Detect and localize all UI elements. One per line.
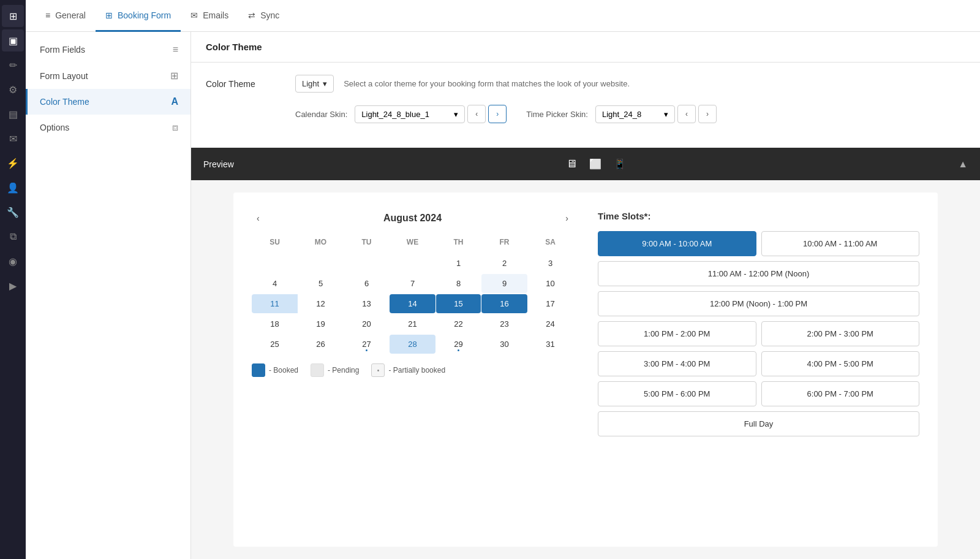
- timeslot-1pm[interactable]: 1:00 PM - 2:00 PM: [598, 321, 756, 346]
- cal-date-22[interactable]: 22: [435, 314, 481, 333]
- timeslot-6pm[interactable]: 6:00 PM - 7:00 PM: [761, 381, 920, 406]
- cal-date-3[interactable]: 3: [527, 254, 573, 273]
- panel-title: Color Theme: [206, 42, 262, 52]
- sidebar-icon-person[interactable]: 👤: [2, 177, 24, 199]
- cal-date-15[interactable]: 15: [436, 294, 481, 313]
- calendar-skin-wrapper: Light_24_8_blue_1 ▾ ‹ ›: [355, 105, 507, 123]
- tab-general[interactable]: ≡ General: [36, 0, 96, 32]
- cal-date-12[interactable]: 12: [298, 294, 344, 313]
- cal-date-8[interactable]: 8: [435, 274, 481, 293]
- calendar-next-btn[interactable]: ›: [560, 211, 573, 226]
- cal-date-30[interactable]: 30: [481, 335, 527, 354]
- cal-date-4[interactable]: 4: [252, 274, 298, 293]
- cal-date-29[interactable]: 29•: [435, 335, 481, 354]
- timeslot-5pm[interactable]: 5:00 PM - 6:00 PM: [598, 381, 756, 406]
- tab-emails[interactable]: ✉ Emails: [181, 0, 238, 32]
- legend-pending: - Pending: [311, 363, 359, 377]
- content-area: Form Fields ≡ Form Layout ⊞ Color Theme …: [26, 32, 980, 559]
- timeslot-9am[interactable]: 9:00 AM - 10:00 AM: [598, 231, 756, 256]
- cal-date-18[interactable]: 18: [252, 314, 298, 333]
- cal-date-21[interactable]: 21: [390, 314, 435, 333]
- timeslot-row-fullday: Full Day: [598, 411, 919, 436]
- color-theme-row: Color Theme Light ▾ Select a color theme…: [206, 75, 965, 93]
- tablet-device-btn[interactable]: ⬜: [587, 156, 604, 172]
- legend-partial-box: •: [371, 363, 385, 377]
- sidebar-icon-chat[interactable]: ✉: [2, 127, 24, 150]
- cal-date-28[interactable]: 28: [390, 335, 435, 354]
- cal-date-25[interactable]: 25: [252, 335, 298, 354]
- calendar-prev-btn[interactable]: ‹: [252, 211, 265, 226]
- time-picker-skin-dropdown[interactable]: Light_24_8 ▾: [595, 105, 675, 123]
- color-theme-icon: A: [171, 96, 178, 107]
- sidebar-icon-layers[interactable]: ⧉: [2, 226, 24, 248]
- color-theme-description: Select a color theme for your booking fo…: [344, 79, 630, 88]
- sidebar-icon-puzzle[interactable]: ⚙: [2, 78, 24, 101]
- cal-date-1[interactable]: 1: [435, 254, 481, 273]
- cal-date-26[interactable]: 26: [298, 335, 344, 354]
- cal-date-2[interactable]: 2: [481, 254, 527, 273]
- sidebar-icon-circle[interactable]: ◉: [2, 250, 24, 272]
- cal-date-31[interactable]: 31: [527, 335, 573, 354]
- cal-date-10[interactable]: 10: [527, 274, 573, 293]
- sidebar-icon-grid[interactable]: ⊞: [2, 5, 24, 27]
- calendar-grid: SU MO TU WE TH FR SA: [252, 235, 573, 354]
- sidebar-item-form-layout[interactable]: Form Layout ⊞: [26, 63, 190, 89]
- time-picker-skin-prev-btn[interactable]: ‹: [677, 105, 696, 123]
- timeslot-2pm[interactable]: 2:00 PM - 3:00 PM: [761, 321, 920, 346]
- sidebar-item-options[interactable]: Options ⧈: [26, 115, 190, 140]
- cal-date-24[interactable]: 24: [527, 314, 573, 333]
- mobile-device-btn[interactable]: 📱: [611, 156, 628, 172]
- sidebar-item-color-theme[interactable]: Color Theme A: [26, 89, 190, 115]
- cal-date-19[interactable]: 19: [298, 314, 344, 333]
- cal-date-5[interactable]: 5: [298, 274, 344, 293]
- cal-date-27[interactable]: 27•: [344, 335, 390, 354]
- timeslot-10am[interactable]: 10:00 AM - 11:00 AM: [761, 231, 920, 256]
- tab-sync[interactable]: ⇄ Sync: [238, 0, 289, 32]
- sidebar-icon-brush[interactable]: ✏: [2, 54, 24, 76]
- cal-date-6[interactable]: 6: [344, 274, 390, 293]
- color-theme-setting-label: Color Theme: [206, 79, 285, 89]
- cal-date-16[interactable]: 16: [481, 294, 527, 313]
- sidebar-icon-lightning[interactable]: ⚡: [2, 152, 24, 174]
- timeslot-noon[interactable]: 12:00 PM (Noon) - 1:00 PM: [598, 291, 919, 316]
- timeslot-4pm[interactable]: 4:00 PM - 5:00 PM: [761, 351, 920, 376]
- cal-date-14[interactable]: 14: [390, 294, 435, 313]
- booking-form-tab-label: Booking Form: [118, 10, 171, 20]
- tab-booking-form[interactable]: ⊞ Booking Form: [96, 0, 181, 32]
- cal-date-11[interactable]: 11: [252, 294, 298, 313]
- timeslot-3pm[interactable]: 3:00 PM - 4:00 PM: [598, 351, 756, 376]
- timeslot-row-3pm: 3:00 PM - 4:00 PM 4:00 PM - 5:00 PM: [598, 351, 919, 376]
- sidebar-icon-layout[interactable]: ▤: [2, 103, 24, 125]
- collapse-preview-btn[interactable]: ▲: [958, 159, 968, 170]
- color-theme-value: Light: [302, 79, 319, 88]
- calendar-week-5: 25 26 27• 28 29• 30 31: [252, 335, 573, 354]
- calendar-weeks: 1 2 3 4 5 6 7: [252, 254, 573, 354]
- sidebar-icon-wrench[interactable]: 🔧: [2, 201, 24, 223]
- calendar-month-year: August 2024: [383, 213, 442, 224]
- sidebar-icon-play[interactable]: ▶: [2, 275, 24, 297]
- timeslot-11am[interactable]: 11:00 AM - 12:00 PM (Noon): [598, 261, 919, 286]
- cal-date-20[interactable]: 20: [344, 314, 390, 333]
- cal-date-9[interactable]: 9: [481, 274, 527, 293]
- form-fields-icon: ≡: [173, 44, 178, 55]
- cal-date-17[interactable]: 17: [527, 294, 573, 313]
- sidebar-item-form-fields[interactable]: Form Fields ≡: [26, 37, 190, 63]
- cal-date-13[interactable]: 13: [344, 294, 390, 313]
- color-theme-label: Color Theme: [40, 97, 89, 107]
- app-sidebar: ⊞ ▣ ✏ ⚙ ▤ ✉ ⚡ 👤 🔧 ⧉ ◉ ▶: [0, 0, 26, 559]
- cal-date-empty: [344, 254, 390, 273]
- timeslot-fullday[interactable]: Full Day: [598, 411, 919, 436]
- sidebar-icon-page[interactable]: ▣: [2, 29, 24, 51]
- calendar-skin-next-btn[interactable]: ›: [488, 105, 507, 123]
- desktop-device-btn[interactable]: 🖥: [564, 155, 579, 173]
- panel-body: Color Theme Light ▾ Select a color theme…: [191, 63, 980, 148]
- cal-date-23[interactable]: 23: [481, 314, 527, 333]
- color-theme-dropdown[interactable]: Light ▾: [295, 75, 334, 93]
- time-picker-skin-next-btn[interactable]: ›: [698, 105, 717, 123]
- sync-tab-label: Sync: [260, 10, 279, 20]
- calendar-skin-prev-btn[interactable]: ‹: [467, 105, 486, 123]
- booking-form-tab-icon: ⊞: [105, 10, 113, 20]
- legend-booked-box: [252, 363, 265, 377]
- cal-date-7[interactable]: 7: [390, 274, 435, 293]
- calendar-skin-dropdown[interactable]: Light_24_8_blue_1 ▾: [355, 105, 465, 123]
